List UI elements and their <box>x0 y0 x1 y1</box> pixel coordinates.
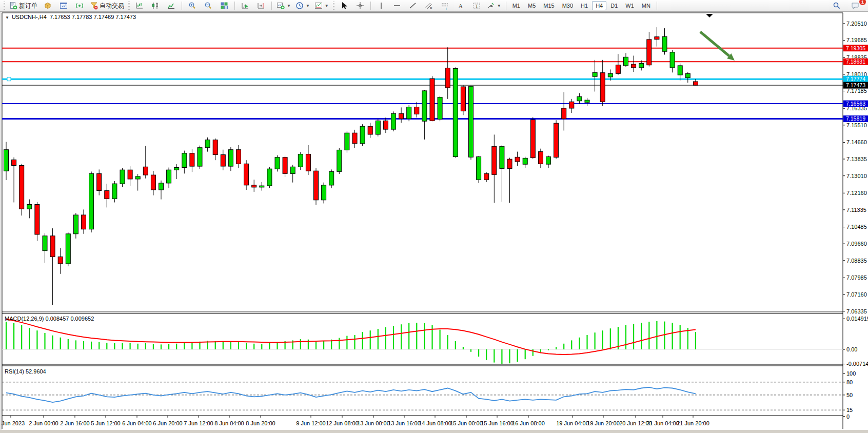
chart-canvas[interactable]: 7.205107.196857.188357.180107.171857.163… <box>0 0 868 433</box>
tf-m1-button[interactable]: M1 <box>509 1 524 10</box>
fibonacci-tool-button[interactable]: F <box>437 0 452 11</box>
svg-text:14 Jun 08:00: 14 Jun 08:00 <box>419 420 451 426</box>
cube-icon <box>44 2 52 10</box>
market-watch-button[interactable] <box>40 0 55 11</box>
svg-text:7.13835: 7.13835 <box>846 156 867 162</box>
toolbar-grip[interactable] <box>4 2 5 10</box>
macd-title: MACD(12,26,9) <box>5 316 44 322</box>
candle <box>407 105 411 122</box>
chat-bubble-icon <box>851 2 859 10</box>
svg-text:2 Jun 00:00: 2 Jun 00:00 <box>29 420 58 426</box>
trendline-tool-button[interactable] <box>405 0 421 11</box>
candle <box>461 85 465 115</box>
svg-text:0.00: 0.00 <box>846 346 857 352</box>
indicators-button[interactable]: ▼ <box>274 0 293 11</box>
candle <box>329 169 334 188</box>
indicators-icon <box>277 2 285 10</box>
horizontal-line-tool-button[interactable] <box>389 0 405 11</box>
svg-text:19 Jun 04:00: 19 Jun 04:00 <box>556 420 589 426</box>
line-selection-handle[interactable] <box>7 77 11 81</box>
templates-button[interactable]: ▼ <box>312 0 331 11</box>
templates-icon <box>314 2 323 10</box>
indicators-dropdown-caret[interactable]: ▼ <box>287 4 291 8</box>
candle <box>530 117 535 159</box>
line-chart-mode-button[interactable] <box>164 0 179 11</box>
text-label-tool-button[interactable]: T <box>469 0 484 11</box>
auto-scroll-button[interactable] <box>238 0 253 11</box>
autotrade-icon <box>90 2 98 10</box>
bar-chart-mode-button[interactable] <box>132 0 147 11</box>
text-icon: A <box>457 2 465 10</box>
arrow-objects-icon <box>487 2 495 10</box>
svg-text:7.10485: 7.10485 <box>846 224 867 230</box>
zoom-in-icon <box>188 2 196 10</box>
new-order-icon <box>9 2 17 10</box>
tf-m30-button[interactable]: M30 <box>559 1 577 10</box>
svg-text:F: F <box>446 7 448 10</box>
text-tool-button[interactable]: A <box>453 0 468 11</box>
svg-text:7.15819: 7.15819 <box>846 115 865 122</box>
svg-text:15 Jun 00:00: 15 Jun 00:00 <box>450 420 483 426</box>
tf-h1-button[interactable]: H1 <box>577 1 591 10</box>
svg-text:21 Jun 04:00: 21 Jun 04:00 <box>646 420 679 426</box>
notifications-button[interactable]: 1 <box>847 0 863 11</box>
svg-text:7.08835: 7.08835 <box>846 258 867 264</box>
svg-text:1 Jun 2023: 1 Jun 2023 <box>0 420 25 426</box>
zoom-out-button[interactable] <box>201 0 216 11</box>
svg-text:12 Jun 08:00: 12 Jun 08:00 <box>326 420 359 426</box>
vertical-line-tool-button[interactable] <box>373 0 389 11</box>
candle <box>198 146 202 169</box>
svg-text:0: 0 <box>846 414 850 420</box>
candlestick-icon <box>151 2 160 10</box>
new-chart-button[interactable] <box>56 0 71 11</box>
candle <box>66 232 70 266</box>
svg-text:80: 80 <box>846 379 853 385</box>
window-bottom-edge <box>0 430 868 433</box>
new-order-label: 新订单 <box>19 2 37 10</box>
svg-text:7 Jun 12:00: 7 Jun 12:00 <box>184 420 213 426</box>
svg-text:7.06335: 7.06335 <box>846 308 867 314</box>
svg-text:7.12160: 7.12160 <box>846 190 867 196</box>
channel-tool-button[interactable]: E <box>421 0 437 11</box>
rsi-indicator-label: RSI(14) 52.9604 <box>5 368 46 375</box>
arrows-dropdown-caret[interactable]: ▼ <box>497 4 501 8</box>
zoom-in-button[interactable] <box>185 0 200 11</box>
toolbar-grip[interactable] <box>333 2 334 10</box>
auto-scroll-icon <box>241 2 249 10</box>
crosshair-tool-button[interactable] <box>352 0 368 11</box>
signals-button[interactable] <box>72 0 87 11</box>
arrows-tool-button[interactable]: ▼ <box>485 0 503 11</box>
rsi-title: RSI(14) <box>5 368 24 375</box>
new-order-button[interactable]: 新订单 <box>7 0 40 11</box>
svg-text:-0.007146: -0.007146 <box>846 361 868 367</box>
zoom-out-icon <box>204 2 212 10</box>
cursor-icon <box>340 2 348 10</box>
tf-d1-button[interactable]: D1 <box>607 1 621 10</box>
window-left-edge <box>0 12 2 430</box>
ohlc-quotes-label: 7.17653 7.17783 7.17469 7.17473 <box>50 14 136 20</box>
tf-w1-button[interactable]: W1 <box>622 1 638 10</box>
tf-m5-button[interactable]: M5 <box>524 1 539 10</box>
toolbar-grip[interactable] <box>128 2 130 10</box>
periods-dropdown-caret[interactable]: ▼ <box>306 4 310 8</box>
candle <box>19 164 24 215</box>
tf-h4-button[interactable]: H4 <box>592 1 606 10</box>
crosshair-icon <box>356 2 364 10</box>
autotrade-button[interactable]: 自动交易 <box>88 0 126 11</box>
candle <box>267 167 272 188</box>
chart-collapse-icon[interactable]: ▼ <box>5 15 9 20</box>
cursor-tool-button[interactable] <box>337 0 352 11</box>
vertical-line-icon <box>377 2 385 10</box>
svg-text:7.09660: 7.09660 <box>846 241 867 247</box>
candlestick-mode-button[interactable] <box>148 0 163 11</box>
tile-windows-button[interactable] <box>216 0 232 11</box>
autotrade-label: 自动交易 <box>100 2 124 10</box>
candle <box>337 148 342 174</box>
chart-shift-button[interactable] <box>253 0 269 11</box>
templates-dropdown-caret[interactable]: ▼ <box>325 4 329 8</box>
search-button[interactable] <box>829 0 844 11</box>
tf-mn-button[interactable]: MN <box>638 1 654 10</box>
mt4-window: { "toolbar": { "new_order_label": "新订单",… <box>0 0 868 433</box>
tf-m15-button[interactable]: M15 <box>540 1 558 10</box>
periods-button[interactable]: ▼ <box>293 0 312 11</box>
